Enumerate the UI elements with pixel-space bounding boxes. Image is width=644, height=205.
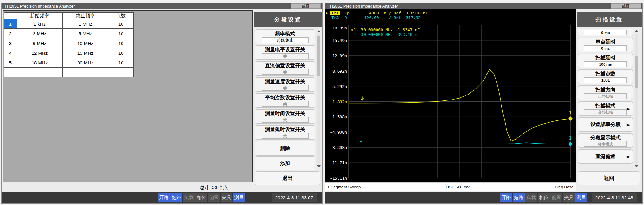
table-cell[interactable]: 18 MHz xyxy=(17,58,63,68)
status-button[interactable]: 测量 xyxy=(575,193,587,202)
button-label: 扫描方向 xyxy=(578,87,633,93)
table-row[interactable]: 412 MHz15 MHz10 xyxy=(4,48,134,58)
status-button[interactable]: 夹具 xyxy=(221,193,232,202)
dc-bias-button[interactable]: 直流偏置▶ xyxy=(578,149,633,164)
trace2-readout[interactable]: Tr2 D 120.00 / Ref 317.92 xyxy=(326,15,421,20)
button-label: 单点延时 xyxy=(578,39,633,45)
table-row[interactable]: 518 MHz30 MHz10 xyxy=(4,58,134,68)
table-cell[interactable]: 10 MHz xyxy=(63,38,108,48)
marker1-readout-tr1: >1 30.000000 MHz -1.6347 nF xyxy=(351,28,420,32)
table-cell[interactable]: 10 xyxy=(108,58,134,68)
table-row[interactable]: 36 MHz10 MHz10 xyxy=(4,38,134,48)
table-cell[interactable]: 10 xyxy=(108,19,134,29)
back-button[interactable]: 返回 xyxy=(578,171,640,185)
table-cell[interactable]: 1 MHz xyxy=(63,19,108,29)
table-cell[interactable]: 2 MHz xyxy=(17,29,63,38)
status-button[interactable]: 夹具 xyxy=(563,193,575,202)
meas-time-switch-button[interactable]: 测量时间设置开关关 xyxy=(255,109,315,124)
table-cell[interactable] xyxy=(17,68,63,77)
table-cell[interactable]: 1 kHz xyxy=(17,19,63,29)
right-titlebar[interactable]: TH2851 Precision Impedance Analyzer 截屏 xyxy=(325,3,642,9)
clock-display: 2022-4-8 11:32:48 xyxy=(592,193,637,202)
svg-text:5.292n: 5.292n xyxy=(332,84,347,89)
scroll-up-icon[interactable] xyxy=(317,30,321,32)
table-cell[interactable] xyxy=(108,68,134,77)
column-header: 终止频率 xyxy=(63,13,108,19)
point-delay-button[interactable]: 单点延时0 ms xyxy=(578,38,633,52)
row-index-cell[interactable]: 4 xyxy=(4,48,17,58)
panel-title-segment-settings: 分段设置 xyxy=(254,12,322,27)
average-switch-button[interactable]: 平均次数设置开关关 xyxy=(255,93,315,108)
sweep-mode-button[interactable]: 扫描模式分段扫描▶ xyxy=(578,101,633,116)
scrollbar-thumb[interactable] xyxy=(317,36,320,76)
status-button[interactable]: 负载 xyxy=(183,193,195,202)
table-cell[interactable]: 12 MHz xyxy=(17,48,63,58)
table-cell[interactable]: 30 MHz xyxy=(63,58,108,68)
svg-text:-15.11n: -15.11n xyxy=(330,176,347,181)
row-index-cell[interactable]: 2 xyxy=(4,29,17,38)
table-row[interactable]: 11 kHz1 MHz10 xyxy=(4,19,134,29)
osc-level-label: OSC 500 mV xyxy=(446,185,470,189)
segment-table[interactable]: 起始频率终止频率点数 11 kHz1 MHz1022 MHz5 MHz1036 … xyxy=(4,12,134,77)
button-label: 直流偏置 xyxy=(595,153,615,160)
table-cell[interactable]: 15 MHz xyxy=(63,48,108,58)
status-button[interactable]: 相位 xyxy=(195,193,207,202)
button-value: 100 ms xyxy=(584,61,627,67)
left-titlebar[interactable]: TH2851 Precision Impedance Analyzer 截屏 xyxy=(2,3,322,9)
table-cell[interactable]: 5 MHz xyxy=(63,29,108,38)
row-index-cell[interactable] xyxy=(4,68,17,77)
svg-text:1.892n: 1.892n xyxy=(332,100,347,104)
status-button[interactable]: 短路 xyxy=(170,193,182,202)
set-freq-segments-button[interactable]: 设置频率分段▶ xyxy=(578,117,633,132)
svg-text:-1.508n: -1.508n xyxy=(330,115,347,119)
row-index-cell[interactable]: 3 xyxy=(4,38,17,48)
table-cell[interactable]: 10 xyxy=(108,29,134,38)
table-cell[interactable]: 6 MHz xyxy=(17,38,63,48)
status-button[interactable]: 测量 xyxy=(233,193,245,202)
button-value: 频率模式 xyxy=(584,141,627,147)
table-row[interactable] xyxy=(4,68,134,77)
column-header: 起始频率 xyxy=(17,13,63,19)
trace1-readout[interactable]: ▶ Tr1 Cp 3.4000 nF/ Ref 1.8916 nF xyxy=(326,11,428,15)
sweep-delay-button[interactable]: 扫描延时100 ms xyxy=(578,54,633,68)
table-cell[interactable]: 10 xyxy=(108,48,134,58)
scrollbar-track[interactable] xyxy=(317,34,320,164)
status-button[interactable]: 开路 xyxy=(500,193,512,202)
button-label: 测量时间设置开关 xyxy=(255,110,315,117)
scrollbar-track[interactable] xyxy=(635,34,638,164)
scroll-down-icon[interactable] xyxy=(635,165,638,167)
table-row[interactable]: 22 MHz5 MHz10 xyxy=(4,29,134,38)
partial-delay-button[interactable]: 0 ms xyxy=(578,29,633,36)
svg-text:8.692n: 8.692n xyxy=(332,69,347,74)
delete-button[interactable]: 删除 xyxy=(255,141,315,156)
status-button[interactable]: 负载 xyxy=(525,193,537,202)
status-button[interactable]: 偏置 xyxy=(550,193,562,202)
level-switch-button[interactable]: 测量电平设置开关关 xyxy=(255,45,315,60)
status-button[interactable]: 开路 xyxy=(158,193,170,202)
segment-display-mode-button[interactable]: 分段显示模式频率模式 xyxy=(578,133,633,148)
button-value: 分段扫描 xyxy=(584,109,627,115)
svg-text:1: 1 xyxy=(569,110,572,115)
freq-mode-button[interactable]: 频率模式起始/终止 xyxy=(255,29,315,44)
row-index-cell[interactable]: 5 xyxy=(4,58,17,68)
button-value: 关 xyxy=(262,101,309,107)
table-cell[interactable]: 10 xyxy=(108,38,134,48)
sweep-direction-button[interactable]: 扫描方向正向扫描 xyxy=(578,85,633,100)
dc-bias-switch-button[interactable]: 直流偏置设置开关关 xyxy=(255,61,315,76)
meas-delay-switch-button[interactable]: 测量延时设置开关关 xyxy=(255,125,315,140)
scroll-up-icon[interactable] xyxy=(635,30,638,32)
row-index-cell[interactable]: 1 xyxy=(4,19,17,29)
screenshot-button[interactable]: 截屏 xyxy=(291,3,321,9)
screenshot-button[interactable]: 截屏 xyxy=(611,3,641,9)
add-button[interactable]: 添加 xyxy=(255,156,315,170)
sweep-type-label: 1 Segment Sweep xyxy=(327,185,361,189)
status-button[interactable]: 相位 xyxy=(538,193,550,202)
sweep-points-button[interactable]: 扫描点数1601 xyxy=(578,69,633,84)
speed-switch-button[interactable]: 测量速度设置开关关 xyxy=(255,77,315,92)
status-button[interactable]: 偏置 xyxy=(208,193,220,202)
exit-button[interactable]: 退出 xyxy=(255,171,320,185)
scrollbar-thumb[interactable] xyxy=(635,56,638,88)
status-button[interactable]: 短路 xyxy=(513,193,525,202)
table-cell[interactable] xyxy=(63,68,108,77)
scroll-down-icon[interactable] xyxy=(317,165,321,167)
